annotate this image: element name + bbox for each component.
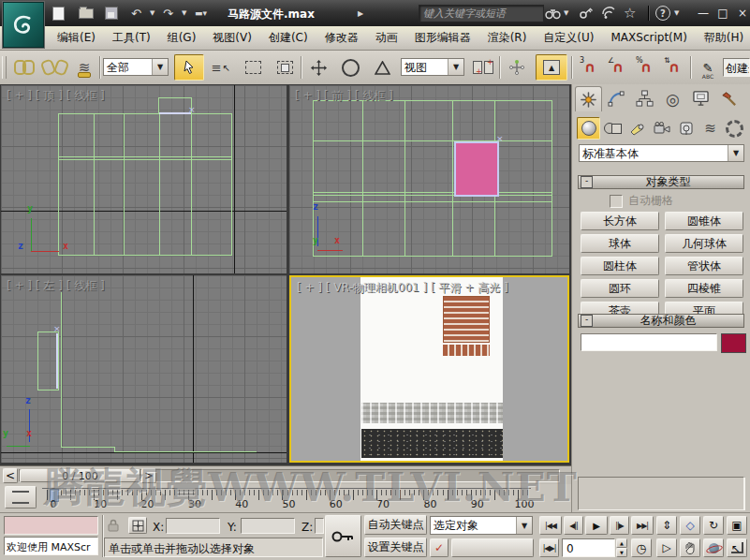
viewport-left[interactable]: [ + ] [ 左 ] [ 线框 ] × z y x xyxy=(1,275,287,463)
next-frame-button[interactable]: > xyxy=(141,468,156,483)
selection-filter-dropdown[interactable]: 全部▼ xyxy=(103,58,169,76)
menu-item-5[interactable]: 修改器 xyxy=(316,26,367,50)
close-button[interactable]: × xyxy=(734,6,750,21)
tab-hierarchy[interactable] xyxy=(631,86,658,111)
dropdown-arrow-icon[interactable]: ▼ xyxy=(448,59,463,75)
undo-dropdown-icon[interactable]: ▼ xyxy=(150,5,154,22)
viewport-camera[interactable]: [ + ] [ VR-物理相机001 ] [ 平滑 + 高光 ] xyxy=(289,275,569,463)
reference-coordinate-dropdown[interactable]: 视图▼ xyxy=(401,58,464,76)
tab-display[interactable] xyxy=(687,86,714,111)
menu-item-4[interactable]: 创建(C) xyxy=(260,26,316,50)
select-and-scale-icon[interactable] xyxy=(369,54,395,81)
object-type-button-5[interactable]: 管状体 xyxy=(665,257,743,275)
object-type-button-4[interactable]: 圆柱体 xyxy=(581,257,659,275)
category-space-warps-icon[interactable]: ≋ xyxy=(699,117,722,140)
menu-item-8[interactable]: 渲染(R) xyxy=(479,26,536,50)
object-type-button-6[interactable]: 圆环 xyxy=(581,279,659,298)
object-type-button-2[interactable]: 球体 xyxy=(581,234,659,253)
object-type-button-7[interactable]: 四棱锥 xyxy=(665,279,743,298)
bind-to-space-warp-icon[interactable]: ≋ xyxy=(71,54,97,81)
object-type-button-0[interactable]: 长方体 xyxy=(581,212,659,230)
viewport-left-label[interactable]: [ + ] [ 左 ] [ 线框 ] xyxy=(7,278,105,294)
object-type-button-3[interactable]: 几何球体 xyxy=(665,234,743,253)
key-filter-scope-dropdown[interactable]: 选定对象▼ xyxy=(430,516,533,535)
select-and-manipulate-icon[interactable] xyxy=(504,54,530,81)
maximize-viewport-toggle-icon[interactable]: ↖ xyxy=(727,538,747,557)
search-binoculars-icon[interactable] xyxy=(545,5,561,22)
category-lights-icon[interactable] xyxy=(625,117,649,140)
menu-item-3[interactable]: 视图(V) xyxy=(204,26,260,50)
menu-item-1[interactable]: 工具(T) xyxy=(104,26,159,50)
rollout-name-color[interactable]: - 名称和颜色 xyxy=(578,314,744,328)
dropdown-arrow-icon[interactable]: ▼ xyxy=(516,517,532,534)
x-coordinate-field[interactable] xyxy=(166,518,220,534)
selected-plane-object[interactable] xyxy=(454,141,499,197)
previous-frame-button[interactable]: < xyxy=(3,468,18,483)
category-systems-icon[interactable] xyxy=(723,117,746,140)
named-selection-set-field[interactable]: 创建选 xyxy=(723,58,750,77)
maxscript-listener-field[interactable]: 欢迎使用 MAXScr xyxy=(4,537,98,555)
title-flyout-icon[interactable]: ▶ xyxy=(358,5,363,22)
open-mini-curve-editor-button[interactable] xyxy=(5,486,37,508)
select-object-button[interactable] xyxy=(174,54,204,81)
category-helpers-icon[interactable] xyxy=(674,117,698,140)
maximize-button[interactable]: □ xyxy=(714,6,731,21)
quick-access-options-icon[interactable]: ▬▾ xyxy=(195,5,207,22)
menu-item-2[interactable]: 组(G) xyxy=(159,26,205,50)
toolbar-grip[interactable] xyxy=(2,56,7,79)
collapse-icon[interactable]: - xyxy=(581,176,593,188)
redo-dropdown-icon[interactable]: ▼ xyxy=(182,5,186,22)
menu-item-6[interactable]: 动画 xyxy=(367,26,406,50)
tab-create[interactable] xyxy=(575,86,602,111)
next-frame-playback-button[interactable]: ||▶ xyxy=(610,516,629,535)
viewport-camera-label[interactable]: [ + ] [ VR-物理相机001 ] [ 平滑 + 高光 ] xyxy=(297,280,508,296)
y-coordinate-field[interactable] xyxy=(241,518,295,534)
wireframe-object[interactable] xyxy=(313,100,552,257)
rollout-object-type[interactable]: - 对象类型 xyxy=(578,175,744,189)
open-file-icon[interactable] xyxy=(79,5,94,22)
set-keys-button[interactable] xyxy=(325,515,361,557)
roll-camera-icon[interactable]: ↻ xyxy=(703,516,724,535)
key-filters-button[interactable] xyxy=(451,538,534,557)
viewport-top-label[interactable]: [ + ] [ 顶 ] [ 线框 ] xyxy=(7,88,105,104)
spinner-up-icon[interactable]: ▲ xyxy=(616,538,627,548)
field-of-view-icon[interactable]: ▷ xyxy=(656,538,677,557)
snap-toggle-3d-icon[interactable]: 3∩ xyxy=(577,54,603,81)
dropdown-arrow-icon[interactable]: ▼ xyxy=(728,145,743,161)
sign-in-key-icon[interactable] xyxy=(579,5,594,22)
viewport-front[interactable]: [ + ] [ 前 ] [ 线框 ] × z y x xyxy=(289,85,569,273)
selection-lock-icon[interactable] xyxy=(107,519,120,532)
category-cameras-icon[interactable] xyxy=(650,117,673,140)
zoom-extents-all-icon[interactable]: ▣ xyxy=(727,516,747,535)
help-dropdown-icon[interactable]: ▼ xyxy=(674,5,679,22)
menu-item-10[interactable]: MAXScript(M) xyxy=(603,26,696,50)
save-file-icon[interactable] xyxy=(105,5,118,22)
autogrid-checkbox[interactable] xyxy=(610,195,623,208)
pan-hand-icon[interactable] xyxy=(680,538,700,557)
dropdown-arrow-icon[interactable]: ▼ xyxy=(152,59,168,75)
select-and-link-icon[interactable] xyxy=(11,54,37,81)
dolly-camera-icon[interactable]: ⇕ xyxy=(656,516,677,535)
frame-spinner[interactable]: ▲ ▼ xyxy=(616,538,627,557)
category-shapes-icon[interactable] xyxy=(601,117,625,140)
perspective-icon[interactable]: ◇ xyxy=(680,516,700,535)
undo-icon[interactable]: ↶ xyxy=(131,5,141,22)
menu-item-9[interactable]: 自定义(U) xyxy=(535,26,602,50)
menu-item-7[interactable]: 图形编辑器 xyxy=(406,26,479,50)
new-key-icon[interactable]: ✓ xyxy=(430,538,449,557)
communication-center-icon[interactable] xyxy=(601,5,616,22)
viewport-top[interactable]: [ + ] [ 顶 ] [ 线框 ] × y x z xyxy=(1,85,287,273)
set-key-button[interactable]: 设置关键点 xyxy=(364,538,427,557)
previous-frame-playback-button[interactable]: ◀|| xyxy=(564,516,583,535)
subcategory-dropdown[interactable]: 标准基本体▼ xyxy=(579,144,744,162)
tab-motion[interactable]: ◎ xyxy=(659,86,686,111)
collapse-icon[interactable]: - xyxy=(581,315,593,327)
z-coordinate-field[interactable] xyxy=(315,518,324,534)
edit-named-selection-sets-icon[interactable]: ✎ABC xyxy=(695,54,721,81)
go-to-start-button[interactable]: |◀◀ xyxy=(539,516,562,535)
redo-icon[interactable]: ↷ xyxy=(163,5,173,22)
menu-item-11[interactable]: 帮助(H) xyxy=(696,26,750,50)
minimize-button[interactable]: — xyxy=(695,6,712,21)
play-button[interactable]: ▶ xyxy=(585,516,608,535)
use-pivot-point-center-icon[interactable]: + + xyxy=(470,54,496,81)
